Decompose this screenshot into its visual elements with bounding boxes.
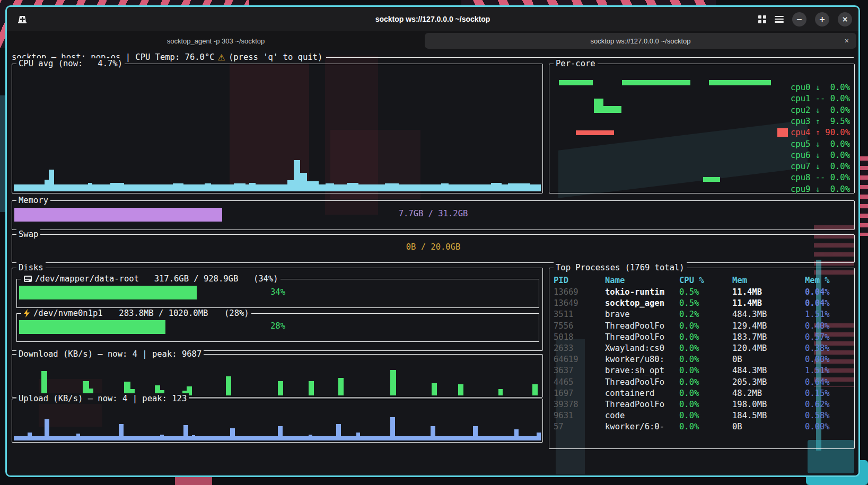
memory-value: 7.7GB / 31.2GB <box>12 209 854 218</box>
menu-icon[interactable] <box>775 16 784 23</box>
wallpaper-left-edge <box>0 95 5 212</box>
close-button[interactable]: × <box>838 12 852 27</box>
spark-bar <box>234 183 246 191</box>
bolt-icon <box>23 309 30 318</box>
cell-cpu: CPU % <box>679 276 732 286</box>
spark-bar <box>45 419 49 440</box>
cell-mem: 129.4MB <box>732 321 805 331</box>
cell-name: Name <box>605 276 679 286</box>
spark-bar <box>14 184 541 191</box>
cell-cpu: 0.5% <box>679 298 732 308</box>
titlebar[interactable]: socktop ws://127.0.0.0 ~/socktop − + × <box>7 7 858 31</box>
spark-bar <box>49 170 54 191</box>
per-core-title: Per-core <box>554 58 598 69</box>
disk-title: /dev/nvme0n1p1 283.8MB / 1020.0MB (28%) <box>21 308 251 319</box>
cell-mem: 11.4MB <box>732 287 805 297</box>
cell-name: Xwayland:cs0 <box>605 343 679 354</box>
grid-icon[interactable] <box>758 15 766 23</box>
process-header-row: PIDNameCPU %MemMem % <box>554 276 830 286</box>
cell-pid: 1697 <box>554 389 605 399</box>
process-row: 3511brave0.2%484.3MB1.51% <box>554 310 830 320</box>
cell-pid: 5018 <box>554 332 605 342</box>
process-row: 57kworker/6:0-0.0%0B0.00% <box>554 422 830 432</box>
cell-name: ThreadPoolFo <box>605 400 679 410</box>
cell-mem: 0B <box>732 355 805 365</box>
spark-bar <box>385 183 399 191</box>
cell-memp: 0.58% <box>805 411 830 421</box>
tab-close-icon[interactable]: × <box>845 33 849 49</box>
spark-bar <box>160 435 164 440</box>
disk-nvme: /dev/nvme0n1p1 283.8MB / 1020.0MB (28%) … <box>16 313 539 342</box>
cell-mem: 11.4MB <box>732 298 805 308</box>
cell-mem: 183.7MB <box>732 332 805 342</box>
spark-bar <box>88 183 92 191</box>
cell-name: brave:sh_opt <box>605 366 679 376</box>
core-row-cpu7: cpu7 ↓ 0.0% <box>791 162 850 172</box>
terminal-window: socktop ws://127.0.0.0 ~/socktop − + × s… <box>5 5 860 477</box>
spark-bar <box>491 183 502 191</box>
tab-socktop-agent[interactable]: socktop_agent -p 303 ~/socktop <box>9 33 423 49</box>
cell-name: ThreadPoolFo <box>605 332 679 342</box>
spark-bar <box>110 183 124 191</box>
core-row-cpu3: cpu3 ↑ 9.5% <box>791 117 850 127</box>
swap-title: Swap <box>16 229 40 240</box>
cell-memp: 0.04% <box>805 298 830 308</box>
disk-data-root: /dev/mapper/data-root 317.6GB / 928.9GB … <box>16 279 539 308</box>
cell-memp: 0.04% <box>805 287 830 297</box>
cell-pid: 4465 <box>554 377 605 387</box>
cell-memp: 0.57% <box>805 332 830 342</box>
tab-socktop[interactable]: socktop ws://127.0.0.0 ~/socktop × <box>425 33 856 49</box>
process-row: 2633Xwayland:cs00.0%120.4MB0.38% <box>554 343 830 354</box>
cell-mem: 120.4MB <box>732 343 805 354</box>
cell-mem: 484.3MB <box>732 366 805 376</box>
cell-pid: 57 <box>554 422 605 432</box>
memory-panel: Memory 7.7GB / 31.2GB <box>12 200 855 230</box>
spark-bar <box>347 183 358 191</box>
spark-bar <box>226 376 231 395</box>
terminal-screen[interactable]: socktop — host: pop-os | CPU Temp: 76.0°… <box>7 50 858 475</box>
swap-panel: Swap 0B / 20.0GB <box>12 234 855 263</box>
cell-pid: 64619 <box>554 355 605 365</box>
core-row-cpu1: cpu1 -- 0.0% <box>791 94 850 104</box>
spark-bar <box>192 435 195 440</box>
spark-bar <box>390 370 396 395</box>
cell-pid: 9631 <box>554 411 605 421</box>
maximize-button[interactable]: + <box>815 12 829 27</box>
cell-name: tokio-runtim <box>605 287 679 297</box>
cell-memp: 0.62% <box>805 400 830 410</box>
disk-pct-label: (34%) <box>253 274 278 284</box>
core-row-cpu9: cpu9 ↓ 0.0% <box>791 184 850 195</box>
memory-title: Memory <box>16 195 50 206</box>
upload-sparkline <box>14 401 541 440</box>
core-row-cpu6: cpu6 ↓ 0.0% <box>791 151 850 161</box>
processes-panel: Top Processes (1769 total) PIDNameCPU %M… <box>549 268 855 449</box>
cell-cpu: 0.0% <box>679 366 732 376</box>
cell-cpu: 0.0% <box>679 377 732 387</box>
swap-value: 0B / 20.0GB <box>12 242 854 252</box>
processes-title: Top Processes (1769 total) <box>554 262 687 273</box>
cell-mem: 205.3MB <box>732 377 805 387</box>
process-row: 64619kworker/u80:0.0%0B0.00% <box>554 355 830 365</box>
minimize-button[interactable]: − <box>792 12 806 27</box>
cell-name: kworker/u80: <box>605 355 679 365</box>
cell-cpu: 0.0% <box>679 389 732 399</box>
per-core-panel: Per-core cpu0 ↓ 0.0%cpu1 -- 0.0%cpu2 ↓ 0… <box>549 64 855 193</box>
spark-bar <box>249 183 256 191</box>
tab-label: socktop ws://127.0.0.0 ~/socktop <box>591 37 691 45</box>
spark-bar <box>119 424 124 440</box>
spark-bar <box>287 180 294 191</box>
cell-cpu: 0.2% <box>679 310 732 320</box>
cell-memp: 0.00% <box>805 355 830 365</box>
cell-name: ThreadPoolFo <box>605 321 679 331</box>
spark-bar <box>309 381 314 395</box>
window-title: socktop ws://127.0.0.0 ~/socktop <box>7 7 858 31</box>
core-row-cpu0: cpu0 ↓ 0.0% <box>791 83 850 93</box>
cell-memp: 0.64% <box>805 377 830 387</box>
spark-bar <box>41 371 47 395</box>
spark-bar <box>183 425 188 440</box>
cell-pid: 13649 <box>554 298 605 308</box>
divider <box>326 57 854 58</box>
cell-pid: 3637 <box>554 366 605 376</box>
cell-memp: 0.40% <box>805 321 830 331</box>
spark-bar <box>356 433 360 440</box>
